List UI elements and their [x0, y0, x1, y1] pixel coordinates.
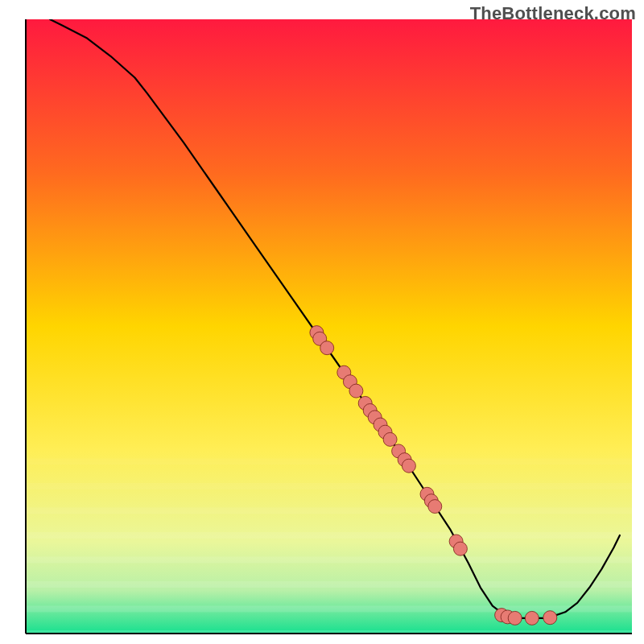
svg-rect-6	[26, 581, 632, 588]
scatter-point	[383, 432, 397, 446]
scatter-point	[428, 500, 442, 514]
scatter-point	[453, 542, 467, 555]
scatter-point	[508, 611, 522, 625]
svg-rect-1	[26, 458, 632, 464]
svg-rect-3	[26, 507, 632, 514]
scatter-point	[543, 611, 557, 625]
svg-rect-4	[26, 532, 632, 539]
svg-rect-2	[26, 483, 632, 489]
svg-rect-7	[26, 605, 632, 612]
scatter-point	[320, 341, 334, 355]
gradient-background	[26, 19, 632, 634]
scatter-point	[402, 459, 415, 473]
scatter-point	[349, 384, 363, 398]
scatter-point	[525, 611, 539, 625]
watermark-label: TheBottleneck.com	[470, 3, 636, 24]
chart-canvas	[0, 0, 644, 644]
svg-rect-5	[26, 556, 632, 563]
bottleneck-chart: TheBottleneck.com	[0, 0, 644, 644]
